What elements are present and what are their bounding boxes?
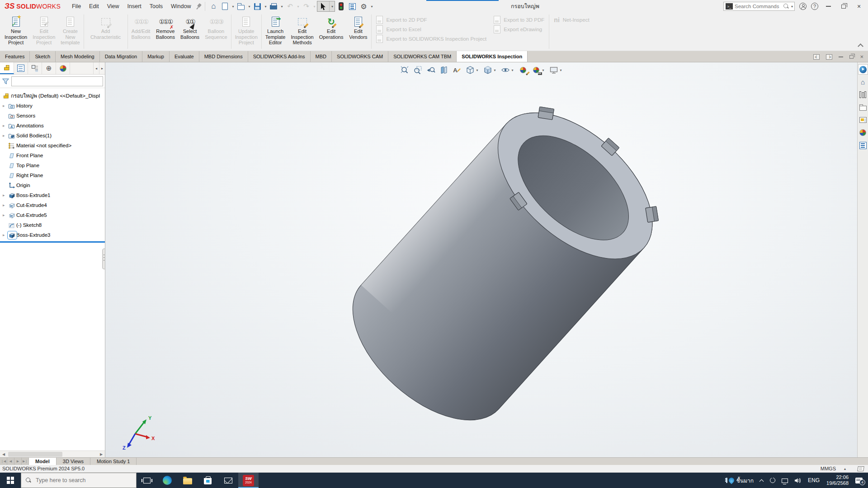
tab-solidworks-addins[interactable]: SOLIDWORKS Add-Ins xyxy=(248,51,311,62)
dock-left-icon[interactable]: ◂▏ xyxy=(813,54,820,60)
minimize-button[interactable] xyxy=(823,1,834,12)
tree-item-solid-bodies[interactable]: ▸ Solid Bodies(1) xyxy=(0,131,105,141)
search-icon[interactable] xyxy=(783,4,789,9)
rebuild-button[interactable] xyxy=(335,1,346,12)
tray-expand-button[interactable] xyxy=(757,473,767,488)
tab-mbd[interactable]: MBD xyxy=(311,51,332,62)
tree-item-boss-extrude1[interactable]: ▸ Boss-Extrude1 xyxy=(0,190,105,200)
featuremanager-design-tree-tab[interactable] xyxy=(0,62,14,74)
tab-mbd-dimensions[interactable]: MBD Dimensions xyxy=(199,51,248,62)
custom-properties-button[interactable] xyxy=(858,140,868,150)
expand-arrow-icon[interactable]: ▸ xyxy=(3,103,8,108)
onedrive-button[interactable] xyxy=(767,473,778,488)
menu-insert[interactable]: Insert xyxy=(123,1,146,12)
language-indicator[interactable]: ENG xyxy=(805,473,823,488)
taskbar-search-input[interactable] xyxy=(36,477,132,483)
configuration-manager-tab[interactable] xyxy=(28,62,42,74)
remove-balloons-button[interactable]: ①①①✗ Remove Balloons xyxy=(153,13,178,51)
display-style-dropdown[interactable]: ▾ xyxy=(493,68,497,72)
help-icon[interactable]: ? xyxy=(811,3,818,10)
save-button[interactable] xyxy=(252,1,263,12)
scroll-left-icon[interactable]: ◀ xyxy=(0,451,7,458)
tree-item-top-plane[interactable]: Top Plane xyxy=(0,160,105,170)
options-dropdown[interactable]: ▾ xyxy=(369,5,374,9)
menu-window[interactable]: Window xyxy=(167,1,195,12)
property-manager-tab[interactable] xyxy=(14,62,28,74)
edit-operations-button[interactable]: ↻ Edit Operations xyxy=(316,13,346,51)
dimxpert-manager-tab[interactable]: ⊕ xyxy=(42,62,56,74)
doc-restore-icon[interactable] xyxy=(849,55,854,59)
select-cursor-icon[interactable] xyxy=(317,1,329,11)
first-tab-icon[interactable]: ❘◀ xyxy=(0,458,7,465)
view-orientation-button[interactable]: ▾ xyxy=(464,65,481,75)
hide-show-items-button[interactable]: ▾ xyxy=(500,65,516,75)
edge-button[interactable] xyxy=(157,473,177,488)
edit-inspection-methods-button[interactable]: Edit Inspection Methods xyxy=(288,13,316,51)
select-dropdown[interactable]: ▾ xyxy=(329,1,335,11)
3dexperience-button[interactable] xyxy=(858,64,868,75)
tab-sketch[interactable]: Sketch xyxy=(30,51,56,62)
menu-edit[interactable]: Edit xyxy=(85,1,103,12)
units-indicator[interactable]: MMGS xyxy=(821,466,836,471)
tree-item-front-plane[interactable]: Front Plane xyxy=(0,150,105,160)
hide-show-dropdown[interactable]: ▾ xyxy=(510,68,515,72)
search-dropdown[interactable]: ▾ xyxy=(790,5,794,9)
panel-splitter-grip[interactable] xyxy=(102,249,105,269)
print-button[interactable] xyxy=(268,1,279,12)
file-explorer-button[interactable] xyxy=(858,102,868,113)
open-dropdown[interactable]: ▾ xyxy=(247,5,251,9)
tag-icon[interactable] xyxy=(857,466,864,471)
view-palette-button[interactable] xyxy=(858,115,868,125)
expand-arrow-icon[interactable]: ▸ xyxy=(3,123,8,128)
edit-vendors-button[interactable]: Edit Vendors xyxy=(346,13,370,51)
apply-scene-dropdown[interactable]: ▾ xyxy=(541,68,546,72)
scrollbar-thumb[interactable] xyxy=(8,452,62,457)
dynamic-annotation-views-button[interactable]: A xyxy=(451,65,463,75)
tab-features[interactable]: Features xyxy=(0,51,30,62)
rollback-bar[interactable] xyxy=(0,241,105,243)
expand-arrow-icon[interactable]: ▸ xyxy=(3,203,8,207)
restore-button[interactable] xyxy=(838,1,849,12)
tree-item-history[interactable]: ▸ History xyxy=(0,101,105,111)
ribbon-collapse-chevron[interactable] xyxy=(859,43,863,47)
tab-markup[interactable]: Markup xyxy=(142,51,170,62)
edit-appearance-button[interactable] xyxy=(517,65,529,75)
next-tab-icon[interactable]: ▶ xyxy=(14,458,22,465)
tab-mesh-modeling[interactable]: Mesh Modeling xyxy=(56,51,100,62)
section-view-button[interactable] xyxy=(438,65,450,75)
tree-item-annotations[interactable]: ▸ A Annotations xyxy=(0,121,105,131)
units-dropdown-icon[interactable]: ▴ xyxy=(844,467,846,471)
tab-solidworks-cam[interactable]: SOLIDWORKS CAM xyxy=(332,51,388,62)
prev-tab-icon[interactable]: ◀ xyxy=(7,458,14,465)
taskbar-search[interactable] xyxy=(21,473,137,488)
expand-arrow-icon[interactable]: ▸ xyxy=(3,213,8,217)
zoom-to-area-button[interactable] xyxy=(412,65,424,75)
expand-arrow-icon[interactable]: ▸ xyxy=(3,233,8,237)
tab-solidworks-cam-tbm[interactable]: SOLIDWORKS CAM TBM xyxy=(388,51,457,62)
panel-horizontal-scrollbar[interactable]: ◀ ▶ xyxy=(0,450,105,457)
view-orientation-dropdown[interactable]: ▾ xyxy=(475,68,480,72)
tree-item-sketch8[interactable]: (-) Sketch8 xyxy=(0,220,105,230)
pin-menu-icon[interactable] xyxy=(196,3,202,9)
tab-evaluate[interactable]: Evaluate xyxy=(170,51,199,62)
apply-scene-button[interactable]: ▾ xyxy=(530,65,547,75)
doc-minimize-icon[interactable] xyxy=(839,56,843,57)
tree-item-origin[interactable]: Origin xyxy=(0,180,105,190)
new-document-button[interactable] xyxy=(219,1,230,12)
task-view-button[interactable] xyxy=(137,473,157,488)
display-manager-tab[interactable] xyxy=(56,62,70,74)
user-account-icon[interactable] xyxy=(799,3,807,10)
design-library-button[interactable] xyxy=(858,89,868,100)
tab-3d-views[interactable]: 3D Views xyxy=(57,458,90,465)
file-explorer-button[interactable] xyxy=(177,473,198,488)
menu-tools[interactable]: Tools xyxy=(146,1,167,12)
scroll-tabs-right-icon[interactable]: ▸ xyxy=(99,62,105,74)
mail-button[interactable] xyxy=(218,473,238,488)
select-balloons-button[interactable]: ①① Select Balloons xyxy=(178,13,202,51)
graphics-viewport[interactable]: A ▾ ▾ xyxy=(105,62,857,457)
expand-arrow-icon[interactable]: ▸ xyxy=(3,133,8,138)
tree-filter-input[interactable] xyxy=(11,76,103,86)
scroll-tabs-left-icon[interactable]: ◂ xyxy=(93,62,99,74)
view-settings-dropdown[interactable]: ▾ xyxy=(559,68,563,72)
new-inspection-project-button[interactable]: ✓★ New Inspection Project xyxy=(2,13,30,51)
